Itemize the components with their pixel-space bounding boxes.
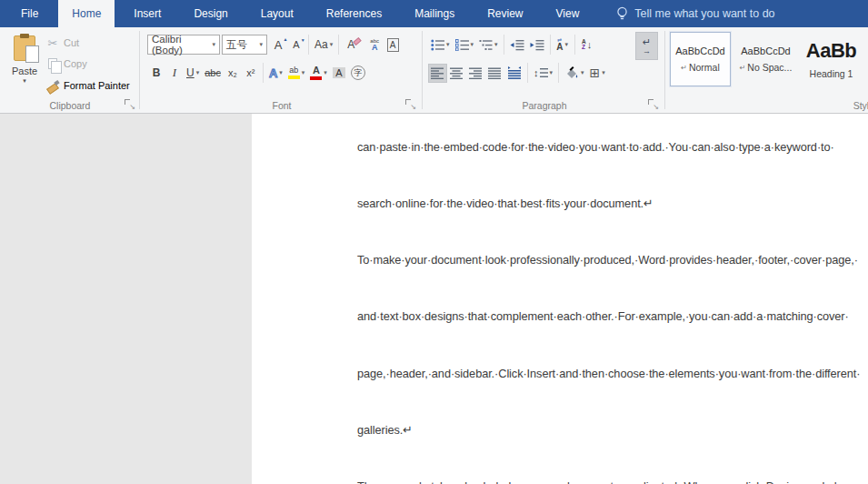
tab-references[interactable]: References: [313, 0, 395, 27]
document-text: can·paste·in·the·embed·code·for·the·vide…: [357, 114, 868, 484]
align-center-button[interactable]: [447, 64, 466, 83]
font-name-combo[interactable]: Calibri (Body) ▾: [147, 35, 220, 55]
phonetic-guide-button[interactable]: abcA: [365, 35, 384, 55]
borders-button[interactable]: ⊞ ▾: [587, 64, 608, 83]
shrink-font-icon: A▼: [293, 39, 299, 50]
separator: [558, 63, 559, 83]
cut-button[interactable]: ✂ Cut: [45, 35, 79, 51]
text-effects-button[interactable]: A ▾: [266, 64, 285, 83]
design-line-after: ·and·choose·: [802, 479, 868, 484]
style-heading-1[interactable]: AaBb Heading 1: [801, 32, 862, 86]
paragraph-row-2: ↕ ▾ ▾ ⊞ ▾: [428, 63, 608, 83]
text-highlight-button[interactable]: ab ▾: [285, 64, 308, 83]
chevron-down-icon: ▾: [212, 41, 215, 48]
tab-review[interactable]: Review: [474, 0, 536, 27]
doc-line: can·paste·in·the·embed·code·for·the·vide…: [357, 138, 868, 157]
italic-label: I: [173, 66, 176, 80]
subscript-label: x₂: [228, 67, 237, 78]
style-normal[interactable]: AaBbCcDd ↵Normal: [670, 32, 731, 86]
font-size-value: 五号: [226, 38, 247, 52]
align-right-button[interactable]: [466, 64, 485, 83]
font-row-1: Calibri (Body) ▾ 五号 ▾ A▲ A▼ Aa ▾: [147, 35, 402, 55]
bold-label: B: [153, 66, 161, 79]
clear-formatting-button[interactable]: A: [342, 35, 360, 55]
chevron-down-icon: ▾: [446, 41, 450, 48]
style-sample: AaBbCcDd: [675, 45, 724, 56]
copy-button[interactable]: Copy: [45, 55, 87, 72]
show-hide-marks-button[interactable]: ↵ →: [635, 32, 658, 60]
format-painter-button[interactable]: Format Painter: [45, 77, 130, 94]
font-color-button[interactable]: A ▾: [307, 64, 330, 83]
paste-label: Paste: [12, 66, 37, 76]
paragraph-group-label: Paragraph: [424, 100, 665, 111]
grow-font-icon: A▲: [274, 38, 283, 52]
align-left-button[interactable]: [428, 64, 447, 83]
strikethrough-label: abc: [205, 67, 221, 78]
asian-layout-icon: ⇄A: [556, 37, 563, 52]
paste-button[interactable]: Paste ▾: [5, 33, 44, 98]
styles-group-label: Styles: [666, 100, 868, 111]
clipboard-group-label: Clipboard: [0, 100, 140, 111]
multilevel-list-button[interactable]: ▾: [476, 35, 501, 55]
decrease-indent-icon: [510, 39, 524, 51]
ribbon-tab-bar: File Home Insert Design Layout Reference…: [0, 0, 868, 27]
increase-indent-button[interactable]: [527, 35, 547, 55]
clipboard-dialog-launcher[interactable]: ↘: [125, 99, 135, 109]
cut-label: Cut: [64, 37, 79, 48]
multilevel-list-icon: [479, 39, 493, 51]
subscript-button[interactable]: x₂: [224, 64, 242, 83]
justify-button[interactable]: [485, 64, 504, 83]
shading-button[interactable]: ▾: [562, 64, 587, 83]
separator: [574, 35, 575, 55]
character-shading-icon: A: [333, 67, 344, 78]
underline-button[interactable]: U ▾: [184, 64, 202, 83]
asian-layout-button[interactable]: ⇄A ▾: [554, 35, 572, 55]
tab-layout[interactable]: Layout: [247, 0, 307, 27]
distribute-icon: [507, 66, 522, 79]
return-mark-icon: ↵: [643, 37, 651, 47]
line-spacing-button[interactable]: ↕ ▾: [531, 64, 555, 83]
italic-button[interactable]: I: [165, 64, 184, 83]
tell-me-box[interactable]: Tell me what you want to do: [609, 0, 782, 27]
character-border-button[interactable]: A: [384, 35, 402, 55]
sort-button[interactable]: AZ ↓: [578, 35, 596, 55]
style-sample: AaBbCcDd: [741, 45, 790, 56]
style-no-spacing[interactable]: AaBbCcDd ↵No Spac...: [735, 32, 796, 86]
decrease-indent-button[interactable]: [507, 35, 527, 55]
chevron-down-icon: ▾: [23, 77, 26, 85]
tab-design[interactable]: Design: [180, 0, 241, 27]
font-group-label: Font: [141, 100, 423, 111]
font-row-2: B I U ▾ abc x₂ x² A ▾ ab ▾: [147, 63, 368, 83]
chevron-down-icon: ▾: [564, 41, 568, 48]
bullets-button[interactable]: ▾: [428, 35, 453, 55]
distribute-button[interactable]: [504, 64, 524, 83]
chevron-down-icon: ▾: [602, 69, 605, 76]
superscript-button[interactable]: x²: [242, 64, 260, 83]
tab-home[interactable]: Home: [58, 0, 115, 27]
bold-button[interactable]: B: [147, 64, 165, 83]
doc-line-design: Themes·and·styles·also·help·keep·your·do…: [357, 478, 868, 484]
design-line-before: Themes·and·styles·also·help·keep·your·do…: [357, 479, 766, 484]
tab-mailings[interactable]: Mailings: [401, 0, 468, 27]
paragraph-row-1: ▾ ▾ ▾ ⇄A: [428, 35, 596, 55]
document-page[interactable]: can·paste·in·the·embed·code·for·the·vide…: [252, 114, 868, 484]
chevron-down-icon: ▾: [494, 41, 498, 48]
line-spacing-icon: ↕: [534, 67, 548, 78]
font-size-combo[interactable]: 五号 ▾: [222, 35, 267, 55]
change-case-button[interactable]: Aa ▾: [312, 35, 335, 55]
character-shading-button[interactable]: A: [330, 64, 348, 83]
font-dialog-launcher[interactable]: ↘: [405, 99, 415, 109]
enclose-characters-button[interactable]: 字: [348, 64, 368, 83]
styles-gallery: AaBbCcDd ↵Normal AaBbCcDd ↵No Spac... Aa…: [670, 32, 862, 86]
chevron-down-icon: ▾: [302, 69, 305, 76]
tab-insert[interactable]: Insert: [120, 0, 175, 27]
paragraph-dialog-launcher[interactable]: ↘: [648, 99, 658, 109]
numbering-button[interactable]: ▾: [453, 35, 477, 55]
increase-indent-icon: [530, 39, 544, 51]
tab-file[interactable]: File: [6, 0, 53, 27]
strikethrough-button[interactable]: abc: [202, 64, 224, 83]
tab-view[interactable]: View: [543, 0, 594, 27]
shrink-font-button[interactable]: A▼: [287, 35, 305, 55]
document-area: can·paste·in·the·embed·code·for·the·vide…: [0, 114, 868, 484]
grow-font-button[interactable]: A▲: [269, 35, 287, 55]
